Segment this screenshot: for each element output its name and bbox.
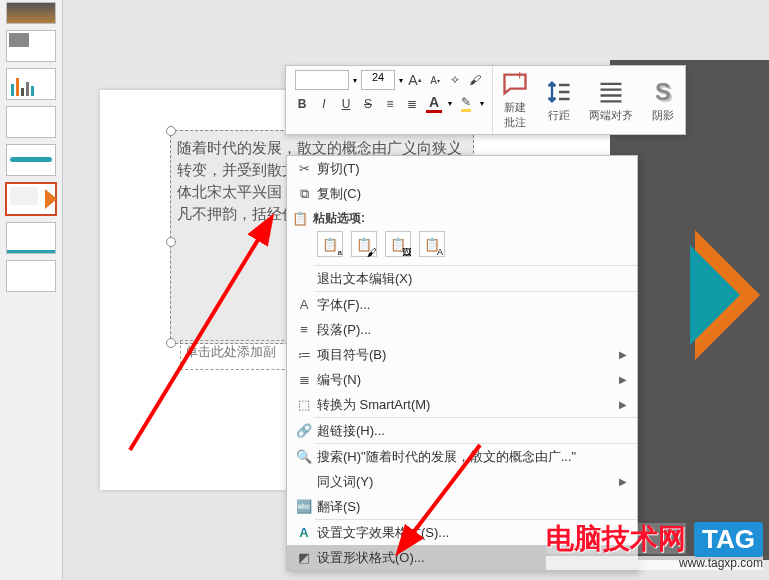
slide-thumbnail[interactable] [6, 144, 56, 176]
italic-button[interactable]: I [316, 96, 332, 112]
copy-icon: ⧉ [291, 186, 317, 202]
increase-font-icon[interactable]: A▴ [407, 72, 423, 88]
ctx-cut[interactable]: ✂ 剪切(T) [287, 156, 637, 181]
slide-thumbnail[interactable] [6, 68, 56, 100]
numbering-icon[interactable]: ≣ [404, 96, 420, 112]
justify-label: 两端对齐 [589, 108, 633, 123]
submenu-arrow-icon: ▶ [619, 476, 627, 487]
slide-thumbnail-selected[interactable] [5, 182, 57, 216]
font-color-button[interactable]: A [426, 94, 442, 113]
text-effects-icon: A [291, 525, 317, 540]
slide-thumbnail[interactable] [6, 2, 56, 24]
ctx-paragraph[interactable]: ≡ 段落(P)... [287, 317, 637, 342]
numbering-icon: ≣ [291, 372, 317, 387]
strike-button[interactable]: S [360, 96, 376, 112]
paste-picture[interactable]: 📋🖼 [385, 231, 411, 257]
slide-chevron-teal [690, 245, 740, 345]
shadow-label: 阴影 [652, 108, 674, 123]
ctx-translate[interactable]: 🔤 翻译(S) [287, 494, 637, 519]
ctx-synonym[interactable]: 同义词(Y) ▶ [287, 469, 637, 494]
highlight-button[interactable]: ✎ [458, 96, 474, 112]
smartart-icon: ⬚ [291, 397, 317, 412]
slide-thumbnail[interactable] [6, 106, 56, 138]
font-name-combo[interactable] [295, 70, 349, 90]
paragraph-icon: ≡ [291, 322, 317, 337]
submenu-arrow-icon: ▶ [619, 349, 627, 360]
ctx-exit-text-edit[interactable]: 退出文本编辑(X) [287, 266, 637, 291]
bullets-icon[interactable]: ≡ [382, 96, 398, 112]
paste-keep-source[interactable]: 📋a [317, 231, 343, 257]
submenu-arrow-icon: ▶ [619, 399, 627, 410]
line-spacing-button[interactable]: 行距 [537, 66, 581, 134]
new-comment-label: 新建 批注 [504, 100, 526, 130]
shape-format-icon: ◩ [291, 550, 317, 565]
slide-thumbnails-panel[interactable] [0, 0, 63, 580]
bullets-icon: ≔ [291, 347, 317, 362]
paste-merge[interactable]: 📋🖌 [351, 231, 377, 257]
comment-icon [501, 70, 529, 98]
watermark-url: www.tagxp.com [546, 556, 763, 570]
paste-text-only[interactable]: 📋A [419, 231, 445, 257]
search-icon: 🔍 [291, 449, 317, 464]
watermark-text: 电脑技术网 [546, 523, 686, 554]
watermark: 电脑技术网 TAG www.tagxp.com [546, 520, 763, 570]
ctx-search[interactable]: 🔍 搜索(H)"随着时代的发展，散文的概念由广..." [287, 444, 637, 469]
format-painter-icon[interactable]: 🖌 [467, 72, 483, 88]
new-comment-button[interactable]: 新建 批注 [493, 66, 537, 134]
justify-button[interactable]: 两端对齐 [581, 66, 641, 134]
line-spacing-label: 行距 [548, 108, 570, 123]
decrease-font-icon[interactable]: A▾ [427, 72, 443, 88]
bold-button[interactable]: B [294, 96, 310, 112]
font-size-combo[interactable]: 24 [361, 70, 395, 90]
font-icon: A [291, 297, 317, 312]
slide-thumbnail[interactable] [6, 30, 56, 62]
context-menu: ✂ 剪切(T) ⧉ 复制(C) 📋 粘贴选项: 📋a 📋🖌 📋🖼 📋A 退出文本… [286, 155, 638, 571]
ctx-numbering[interactable]: ≣ 编号(N) ▶ [287, 367, 637, 392]
justify-icon [597, 78, 625, 106]
placeholder-text: 单击此处添加副 [185, 344, 276, 359]
ctx-paste-options-section: 📋 粘贴选项: 📋a 📋🖌 📋🖼 📋A [287, 206, 637, 265]
ctx-smartart[interactable]: ⬚ 转换为 SmartArt(M) ▶ [287, 392, 637, 417]
font-color-dropdown[interactable]: ▾ [448, 99, 452, 108]
ctx-copy[interactable]: ⧉ 复制(C) [287, 181, 637, 206]
ctx-hyperlink[interactable]: 🔗 超链接(H)... [287, 418, 637, 443]
underline-button[interactable]: U [338, 96, 354, 112]
slide-thumbnail[interactable] [6, 222, 56, 254]
paste-icon: 📋 [287, 211, 313, 226]
translate-icon: 🔤 [291, 499, 317, 514]
cut-icon: ✂ [291, 161, 317, 176]
slide-thumbnail[interactable] [6, 260, 56, 292]
hyperlink-icon: 🔗 [291, 423, 317, 438]
font-size-dropdown-arrow[interactable]: ▾ [399, 76, 403, 85]
watermark-tag: TAG [694, 522, 763, 557]
font-dropdown-arrow[interactable]: ▾ [353, 76, 357, 85]
ctx-font[interactable]: A 字体(F)... [287, 292, 637, 317]
paste-options-title: 粘贴选项: [313, 210, 365, 227]
shadow-button[interactable]: S 阴影 [641, 66, 685, 134]
clear-formatting-icon[interactable]: ✧ [447, 72, 463, 88]
mini-formatting-toolbar: ▾ 24 ▾ A▴ A▾ ✧ 🖌 B I U S ≡ ≣ A ▾ ✎ ▾ 新建 … [285, 65, 686, 135]
submenu-arrow-icon: ▶ [619, 374, 627, 385]
ctx-bullets[interactable]: ≔ 项目符号(B) ▶ [287, 342, 637, 367]
line-spacing-icon [545, 78, 573, 106]
shadow-icon: S [649, 78, 677, 106]
highlight-dropdown[interactable]: ▾ [480, 99, 484, 108]
